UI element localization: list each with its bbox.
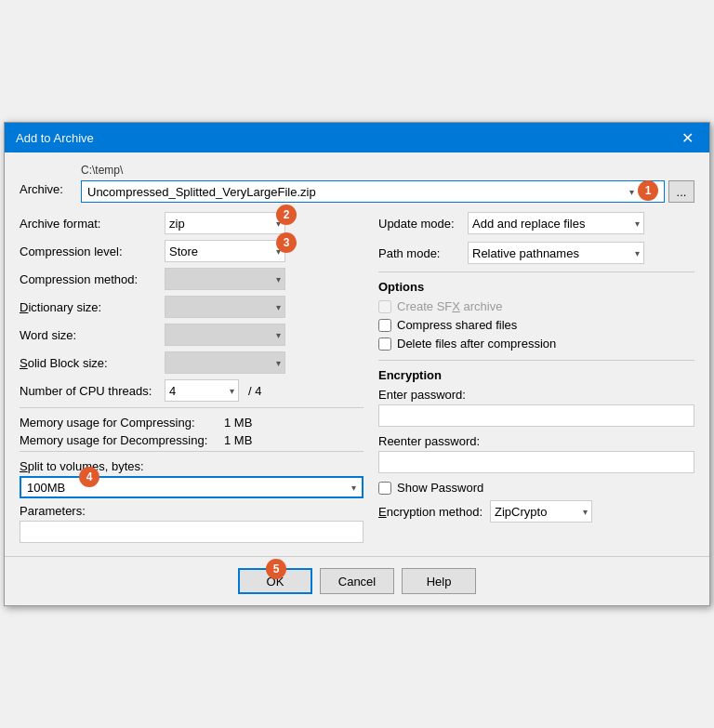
enc-method-combo[interactable]: ZipCrypto ▾ (490, 500, 592, 523)
title-bar: Add to Archive ✕ (5, 123, 709, 152)
badge-5: 5 (266, 559, 286, 579)
enc-method-label: Encryption method: (378, 505, 483, 519)
sfx-label: Create SFX archive (397, 299, 502, 313)
update-mode-combo[interactable]: Add and replace files ▾ (468, 212, 644, 234)
compression-level-row: Compression level: Store ▾ 3 (20, 240, 364, 262)
word-size-arrow-icon: ▾ (276, 330, 281, 340)
dialog-footer: OK 5 Cancel Help (5, 556, 709, 605)
path-mode-value: Relative pathnames (472, 246, 579, 260)
reenter-pw-label: Reenter password: (378, 434, 694, 448)
word-size-combo: ▾ (165, 324, 285, 346)
mem-compress-value: 1 MB (224, 416, 252, 430)
format-value: zip (169, 217, 185, 231)
mem-decompress-value: 1 MB (224, 433, 252, 447)
main-columns: Archive format: zip ▾ 2 Compression leve… (20, 212, 694, 549)
format-row: Archive format: zip ▾ 2 (20, 212, 364, 234)
cpu-suffix: / 4 (248, 384, 261, 398)
mem-decompress-label: Memory usage for Decompressing: (20, 433, 224, 447)
params-row: Parameters: (20, 504, 364, 543)
dictionary-arrow-icon: ▾ (276, 302, 281, 312)
add-to-archive-dialog: Add to Archive ✕ Archive: C:\temp\ Uncom… (4, 122, 710, 606)
options-title: Options (378, 280, 694, 294)
split-combo[interactable]: 100MB ▾ (20, 476, 364, 498)
path-mode-row: Path mode: Relative pathnames ▾ (378, 242, 694, 264)
params-input[interactable] (20, 521, 364, 543)
mem-compress-label: Memory usage for Compressing: (20, 416, 224, 430)
compress-shared-checkbox[interactable] (378, 319, 391, 332)
update-mode-label: Update mode: (378, 217, 462, 231)
encryption-title: Encryption (378, 368, 694, 382)
compression-method-label: Compression method: (20, 272, 159, 286)
update-mode-arrow-icon: ▾ (635, 218, 640, 229)
compress-shared-row: Compress shared files (378, 318, 694, 332)
split-input-row: 100MB ▾ 4 (20, 476, 364, 498)
params-label: Parameters: (20, 504, 364, 518)
solid-block-row: Solid Block size: ▾ (20, 351, 364, 374)
delete-files-checkbox[interactable] (378, 338, 391, 351)
browse-button[interactable]: ... (668, 180, 694, 203)
sfx-row: Create SFX archive (378, 299, 694, 313)
split-arrow-icon: ▾ (351, 483, 356, 493)
right-column: Update mode: Add and replace files ▾ Pat… (378, 212, 694, 549)
cpu-label: Number of CPU threads: (20, 384, 159, 398)
compression-method-row: Compression method: ▾ (20, 268, 364, 290)
dialog-title: Add to Archive (16, 131, 94, 145)
left-column: Archive format: zip ▾ 2 Compression leve… (20, 212, 364, 549)
encryption-section: Encryption Enter password: Reenter passw… (378, 368, 694, 523)
compression-method-combo: ▾ (165, 268, 285, 290)
compress-shared-label: Compress shared files (397, 318, 517, 332)
split-label: Split to volumes, bytes: (20, 459, 364, 473)
archive-row: Archive: C:\temp\ Uncompressed_Splitted_… (20, 164, 694, 203)
archive-combo-arrow-icon: ▾ (629, 187, 634, 197)
dictionary-row: Dictionary size: ▾ (20, 296, 364, 318)
options-section: Options Create SFX archive Compress shar… (378, 280, 694, 351)
archive-combo[interactable]: Uncompressed_Splitted_VeryLargeFile.zip … (81, 180, 665, 203)
delete-files-row: Delete files after compression (378, 337, 694, 351)
sfx-checkbox[interactable] (378, 300, 391, 313)
badge-3: 3 (276, 232, 297, 253)
archive-input-group: C:\temp\ Uncompressed_Splitted_VeryLarge… (81, 164, 694, 203)
format-combo[interactable]: zip ▾ (165, 212, 285, 234)
show-pw-checkbox[interactable] (378, 482, 391, 495)
enc-method-row: Encryption method: ZipCrypto ▾ (378, 500, 694, 523)
show-pw-label: Show Password (397, 481, 483, 495)
archive-path-hint: C:\temp\ (81, 164, 694, 177)
compression-level-value: Store (169, 245, 198, 258)
cpu-arrow-icon: ▾ (230, 386, 234, 396)
compression-method-arrow-icon: ▾ (276, 274, 281, 285)
format-label: Archive format: (20, 217, 159, 231)
help-button[interactable]: Help (402, 568, 476, 594)
reenter-pw-input[interactable] (378, 451, 694, 473)
path-mode-label: Path mode: (378, 246, 462, 260)
dialog-body: Archive: C:\temp\ Uncompressed_Splitted_… (5, 152, 709, 556)
update-mode-value: Add and replace files (472, 217, 585, 231)
archive-label: Archive: (20, 164, 73, 196)
word-size-row: Word size: ▾ (20, 324, 364, 346)
archive-filename: Uncompressed_Splitted_VeryLargeFile.zip (87, 185, 629, 199)
cpu-row: Number of CPU threads: 4 ▾ / 4 (20, 379, 364, 402)
solid-block-arrow-icon: ▾ (276, 358, 281, 368)
compression-level-combo[interactable]: Store ▾ (165, 240, 285, 262)
path-mode-arrow-icon: ▾ (635, 248, 640, 258)
solid-block-combo: ▾ (165, 351, 285, 374)
solid-block-label: Solid Block size: (20, 356, 159, 370)
delete-files-label: Delete files after compression (397, 337, 556, 351)
split-value: 100MB (27, 481, 65, 495)
enc-method-arrow-icon: ▾ (583, 507, 588, 517)
mem-decompress-row: Memory usage for Decompressing: 1 MB (20, 433, 364, 447)
enc-method-value: ZipCrypto (495, 505, 547, 519)
cpu-combo[interactable]: 4 ▾ (165, 379, 239, 402)
badge-4: 4 (79, 467, 99, 487)
badge-1: 1 (638, 180, 658, 201)
enter-pw-input[interactable] (378, 404, 694, 427)
split-row: Split to volumes, bytes: 100MB ▾ 4 (20, 459, 364, 498)
cancel-button[interactable]: Cancel (320, 568, 394, 594)
close-button[interactable]: ✕ (676, 126, 698, 149)
enter-pw-label: Enter password: (378, 388, 694, 402)
show-pw-row: Show Password (378, 481, 694, 495)
path-mode-combo[interactable]: Relative pathnames ▾ (468, 242, 644, 264)
compression-level-label: Compression level: (20, 245, 159, 258)
word-size-label: Word size: (20, 328, 159, 342)
archive-input-row: Uncompressed_Splitted_VeryLargeFile.zip … (81, 180, 694, 203)
update-mode-row: Update mode: Add and replace files ▾ (378, 212, 694, 234)
